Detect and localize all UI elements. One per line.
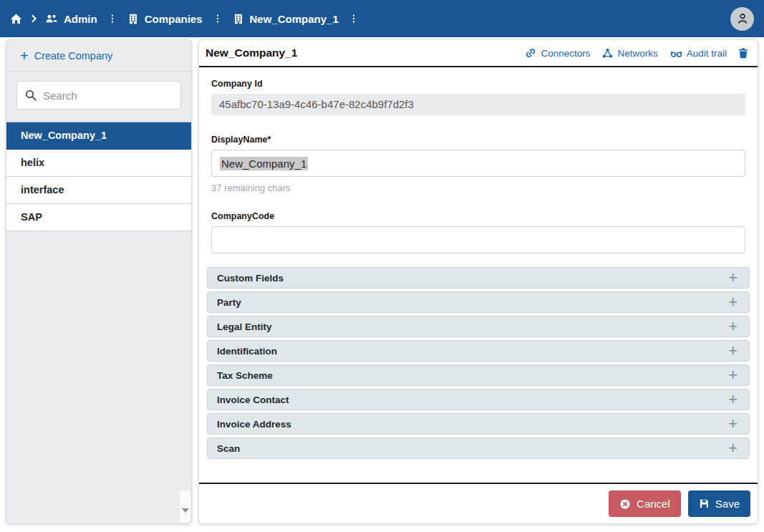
audit-trail-label: Audit trail bbox=[687, 48, 727, 59]
save-label: Save bbox=[715, 498, 740, 510]
section-label: Invoice Contact bbox=[217, 395, 728, 405]
glasses-icon bbox=[670, 47, 682, 59]
plus-icon: + bbox=[20, 51, 29, 61]
main-panel: New_Company_1 Connectors Networks Audit … bbox=[198, 39, 758, 524]
create-company-row: + Create Company bbox=[6, 40, 191, 72]
sidebar: + Create Company New_Company_1 helix int… bbox=[6, 39, 192, 524]
link-icon bbox=[525, 47, 536, 59]
breadcrumb-admin[interactable]: Admin bbox=[45, 12, 97, 25]
create-company-label: Create Company bbox=[34, 50, 113, 62]
search-box bbox=[16, 81, 181, 110]
section-party[interactable]: Party + bbox=[207, 291, 750, 313]
section-invoice-address[interactable]: Invoice Address + bbox=[207, 413, 750, 435]
person-icon bbox=[735, 11, 750, 26]
save-button[interactable]: Save bbox=[688, 490, 750, 517]
accordion-sections: Custom Fields + Party + Legal Entity + I… bbox=[207, 267, 750, 462]
section-identification[interactable]: Identification + bbox=[207, 340, 750, 362]
company-id-field: 45afbc70-13a9-4c46-b47e-82c4b9f7d2f3 bbox=[211, 94, 745, 115]
display-name-value: New_Company_1 bbox=[220, 157, 308, 170]
audit-trail-link[interactable]: Audit trail bbox=[670, 47, 727, 59]
expand-plus-icon[interactable]: + bbox=[728, 417, 738, 431]
networks-label: Networks bbox=[617, 48, 657, 59]
connectors-link[interactable]: Connectors bbox=[525, 47, 590, 59]
remaining-chars-hint: 37 remaining chars bbox=[211, 183, 745, 193]
topbar: Admin Companies New_Company_1 bbox=[0, 0, 764, 37]
chevron-right-icon bbox=[29, 14, 39, 24]
form-footer: Cancel Save bbox=[199, 483, 758, 523]
building-icon bbox=[233, 13, 244, 25]
kebab-menu-icon[interactable] bbox=[107, 12, 117, 25]
company-item-sap[interactable]: SAP bbox=[6, 204, 191, 231]
section-label: Party bbox=[217, 297, 728, 308]
expand-plus-icon[interactable]: + bbox=[728, 295, 738, 309]
main-header: New_Company_1 Connectors Networks Audit … bbox=[199, 40, 758, 67]
section-scan[interactable]: Scan + bbox=[207, 437, 750, 459]
section-label: Legal Entity bbox=[217, 321, 728, 332]
section-label: Invoice Address bbox=[217, 419, 728, 430]
display-name-label: DisplayName* bbox=[211, 135, 745, 145]
home-icon[interactable] bbox=[10, 13, 22, 25]
scroll-down-icon[interactable] bbox=[182, 508, 189, 513]
expand-plus-icon[interactable]: + bbox=[728, 441, 738, 455]
avatar[interactable] bbox=[730, 7, 754, 31]
breadcrumb-label: Companies bbox=[145, 13, 203, 25]
save-floppy-icon bbox=[699, 498, 710, 509]
networks-link[interactable]: Networks bbox=[602, 48, 657, 59]
section-label: Tax Scheme bbox=[217, 370, 728, 381]
expand-plus-icon[interactable]: + bbox=[728, 344, 738, 358]
kebab-menu-icon[interactable] bbox=[213, 12, 223, 25]
cancel-label: Cancel bbox=[637, 498, 670, 510]
company-item-helix[interactable]: helix bbox=[6, 150, 191, 177]
x-circle-icon bbox=[619, 498, 631, 510]
section-tax-scheme[interactable]: Tax Scheme + bbox=[207, 364, 750, 386]
company-id-label: Company Id bbox=[211, 79, 745, 89]
building-icon bbox=[127, 13, 139, 25]
company-item-interface[interactable]: interface bbox=[6, 177, 191, 204]
connectors-label: Connectors bbox=[541, 48, 590, 59]
expand-plus-icon[interactable]: + bbox=[728, 368, 738, 382]
search-input[interactable] bbox=[16, 81, 181, 110]
breadcrumb-label: Admin bbox=[64, 13, 97, 25]
section-label: Custom Fields bbox=[217, 273, 728, 284]
page-title: New_Company_1 bbox=[205, 47, 297, 59]
company-code-input[interactable] bbox=[211, 226, 745, 253]
section-legal-entity[interactable]: Legal Entity + bbox=[207, 316, 750, 337]
section-label: Identification bbox=[217, 346, 728, 357]
trash-icon[interactable] bbox=[738, 47, 749, 59]
section-custom-fields[interactable]: Custom Fields + bbox=[207, 267, 750, 289]
section-label: Scan bbox=[217, 443, 728, 454]
company-list: New_Company_1 helix interface SAP bbox=[6, 122, 191, 231]
cancel-button[interactable]: Cancel bbox=[609, 490, 681, 517]
users-icon bbox=[45, 12, 58, 25]
expand-plus-icon[interactable]: + bbox=[728, 271, 738, 285]
expand-plus-icon[interactable]: + bbox=[728, 319, 738, 334]
create-company-button[interactable]: + Create Company bbox=[20, 50, 112, 62]
kebab-menu-icon[interactable] bbox=[349, 12, 359, 25]
section-invoice-contact[interactable]: Invoice Contact + bbox=[207, 389, 750, 410]
sidebar-scrollbar[interactable] bbox=[180, 491, 190, 523]
company-item-new-company-1[interactable]: New_Company_1 bbox=[6, 122, 191, 150]
display-name-input[interactable]: New_Company_1 bbox=[211, 150, 745, 177]
breadcrumb-label: New_Company_1 bbox=[250, 13, 339, 25]
expand-plus-icon[interactable]: + bbox=[728, 392, 738, 407]
search-icon bbox=[24, 89, 37, 102]
breadcrumb-new-company[interactable]: New_Company_1 bbox=[233, 13, 339, 25]
breadcrumb-companies[interactable]: Companies bbox=[127, 13, 203, 25]
network-icon bbox=[602, 48, 613, 59]
company-code-label: CompanyCode bbox=[211, 211, 745, 221]
company-form: Company Id 45afbc70-13a9-4c46-b47e-82c4b… bbox=[199, 67, 758, 483]
